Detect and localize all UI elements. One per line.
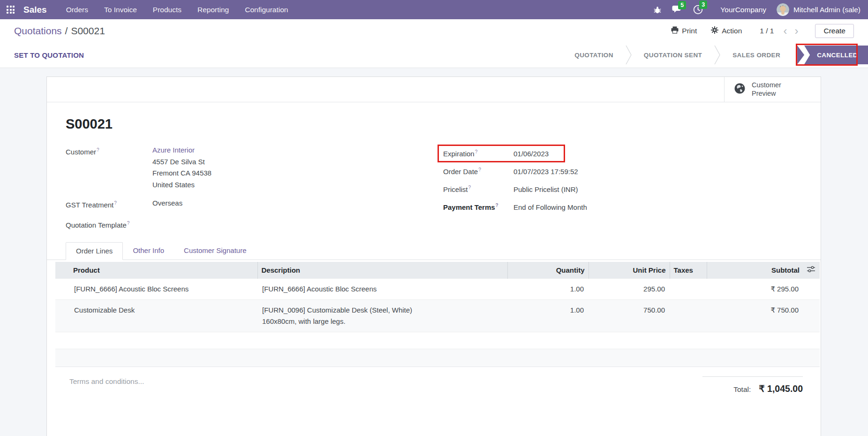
button-box: Customer Preview [47, 77, 821, 102]
action-button[interactable]: Action [711, 26, 742, 36]
main-menu: Orders To Invoice Products Reporting Con… [58, 0, 296, 19]
product-cell[interactable]: Customizable Desk [69, 299, 257, 332]
quantity-cell[interactable]: 1.00 [507, 299, 589, 332]
empty-row [55, 332, 820, 349]
print-label: Print [682, 27, 697, 35]
menu-to-invoice[interactable]: To Invoice [96, 0, 145, 19]
menu-reporting[interactable]: Reporting [189, 0, 237, 19]
pager-next-icon[interactable]: › [794, 26, 798, 36]
field-order-date: Order Date? 01/07/2023 17:59:52 [443, 162, 802, 180]
product-cell[interactable]: [FURN_6666] Acoustic Bloc Screens [69, 278, 257, 299]
quotation-template-label: Quotation Template? [66, 218, 152, 231]
customer-value-block: Azure Interior 4557 De Silva St Fremont … [152, 145, 211, 191]
set-to-quotation-button[interactable]: SET TO QUOTATION [14, 51, 84, 59]
step-separator [626, 46, 632, 64]
drag-handle-column [55, 262, 69, 278]
cancelled-arrow-head [797, 46, 804, 64]
content-area: Customer Preview S00021 Customer? Azure … [0, 68, 868, 436]
tab-other-info[interactable]: Other Info [123, 242, 174, 260]
control-panel: Quotations/S00021 Print Action 1 / 1 ‹ ›… [0, 19, 868, 42]
field-customer: Customer? Azure Interior 4557 De Silva S… [66, 145, 443, 191]
step-separator [714, 46, 720, 64]
print-button[interactable]: Print [671, 26, 697, 36]
document-title: S00021 [66, 116, 802, 132]
expiration-value[interactable]: 01/06/2023 [513, 150, 549, 158]
unit-price-cell[interactable]: 295.00 [589, 278, 670, 299]
activities-clock-icon[interactable]: 3 [688, 5, 708, 15]
column-subtotal: Subtotal [707, 262, 803, 278]
user-avatar[interactable] [777, 3, 789, 16]
top-navbar: Sales Orders To Invoice Products Reporti… [0, 0, 868, 19]
customer-address-line1: 4557 De Silva St [152, 156, 211, 168]
step-sales-order[interactable]: SALES ORDER [720, 46, 793, 64]
field-payment-terms: Payment Terms? End of Following Month [443, 198, 802, 216]
row-handle[interactable] [55, 278, 69, 299]
apps-grid-icon[interactable] [7, 6, 15, 14]
field-pricelist: Pricelist? Public Pricelist (INR) [443, 180, 802, 198]
tab-customer-signature[interactable]: Customer Signature [174, 242, 256, 260]
create-button[interactable]: Create [815, 24, 854, 38]
row-handle[interactable] [55, 299, 69, 332]
order-line-row[interactable]: [FURN_6666] Acoustic Bloc Screens [FURN_… [55, 278, 820, 299]
description-cell[interactable]: [FURN_0096] Customizable Desk (Steel, Wh… [257, 299, 507, 332]
status-steps: QUOTATION QUOTATION SENT SALES ORDER CAN… [562, 46, 868, 64]
statusbar: SET TO QUOTATION QUOTATION QUOTATION SEN… [0, 42, 868, 68]
globe-icon [734, 83, 746, 96]
pricelist-value[interactable]: Public Pricelist (INR) [513, 185, 578, 193]
menu-products[interactable]: Products [145, 0, 189, 19]
tab-order-lines[interactable]: Order Lines [66, 242, 123, 260]
unit-price-cell[interactable]: 750.00 [589, 299, 670, 332]
order-lines-table: Product Description Quantity Unit Price … [55, 262, 820, 367]
total-block: Total: ₹ 1,045.00 [702, 376, 803, 394]
pager-count: 1 / 1 [760, 27, 774, 35]
total-label: Total: [733, 385, 751, 394]
fields-right-column: Expiration? 01/06/2023 Order Date? 01/07… [443, 145, 802, 231]
customer-label: Customer? [66, 145, 152, 158]
messages-badge: 5 [678, 1, 686, 9]
fields-left-column: Customer? Azure Interior 4557 De Silva S… [66, 145, 443, 231]
gst-treatment-value[interactable]: Overseas [152, 198, 182, 209]
customer-preview-label: Customer Preview [752, 81, 781, 97]
customer-preview-button[interactable]: Customer Preview [724, 77, 821, 102]
total-value: ₹ 1,045.00 [759, 383, 803, 394]
payment-terms-value[interactable]: End of Following Month [513, 203, 587, 211]
sheet-footer: Total: ₹ 1,045.00 [55, 367, 812, 405]
quantity-cell[interactable]: 1.00 [507, 278, 589, 299]
pager-previous-icon[interactable]: ‹ [783, 26, 787, 36]
activities-badge: 3 [699, 0, 707, 9]
pricelist-label: Pricelist? [443, 185, 513, 193]
company-switcher[interactable]: YourCompany [720, 6, 766, 14]
terms-and-conditions-input[interactable] [69, 377, 304, 405]
messages-icon[interactable]: 5 [667, 5, 688, 14]
customer-address-line3: United States [152, 179, 211, 191]
order-line-row[interactable]: Customizable Desk [FURN_0096] Customizab… [55, 299, 820, 332]
step-quotation-sent[interactable]: QUOTATION SENT [632, 46, 714, 64]
column-quantity: Quantity [507, 262, 589, 278]
cancelled-label: CANCELLED [804, 46, 868, 64]
step-cancelled[interactable]: CANCELLED [797, 46, 868, 64]
debug-bug-icon[interactable] [648, 6, 667, 14]
column-product: Product [69, 262, 257, 278]
column-unit-price: Unit Price [589, 262, 670, 278]
optional-columns-icon[interactable] [807, 266, 815, 274]
order-date-value[interactable]: 01/07/2023 17:59:52 [513, 168, 578, 176]
taxes-cell[interactable] [670, 278, 707, 299]
app-name[interactable]: Sales [23, 5, 47, 15]
pager: 1 / 1 ‹ › [760, 26, 798, 36]
breadcrumb-separator: / [65, 25, 68, 36]
navbar-right: 5 3 YourCompany Mitchell Admin (sale) [648, 3, 860, 16]
user-menu[interactable]: Mitchell Admin (sale) [777, 3, 860, 16]
breadcrumb-current: S00021 [71, 25, 105, 36]
expiration-label: Expiration? [443, 149, 513, 158]
customer-link[interactable]: Azure Interior [152, 146, 195, 154]
column-description: Description [257, 262, 507, 278]
menu-configuration[interactable]: Configuration [237, 0, 296, 19]
fields-grid: Customer? Azure Interior 4557 De Silva S… [66, 145, 802, 231]
description-cell[interactable]: [FURN_6666] Acoustic Bloc Screens [257, 278, 507, 299]
subtotal-cell: ₹ 750.00 [707, 299, 803, 332]
menu-orders[interactable]: Orders [58, 0, 96, 19]
step-quotation[interactable]: QUOTATION [562, 46, 626, 64]
taxes-cell[interactable] [670, 299, 707, 332]
field-gst-treatment: GST Treatment? Overseas [66, 198, 443, 211]
breadcrumb-quotations[interactable]: Quotations [14, 25, 62, 36]
